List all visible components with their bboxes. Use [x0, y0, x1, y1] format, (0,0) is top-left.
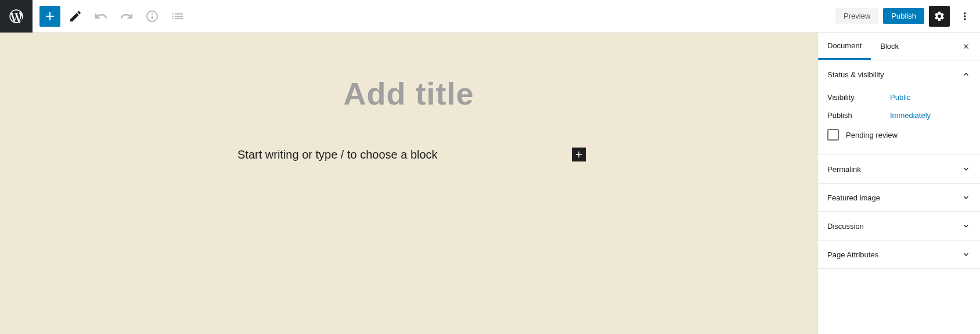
- block-insert-button[interactable]: [572, 148, 586, 161]
- panel-body-status: Visibility Public Publish Immediately Pe…: [818, 88, 980, 155]
- wordpress-icon: [8, 8, 24, 24]
- panel-header-page-attributes[interactable]: Page Attributes: [818, 240, 980, 268]
- chevron-down-icon: [961, 164, 971, 174]
- pencil-icon: [69, 9, 82, 23]
- list-icon: [171, 9, 185, 23]
- row-pending-review: Pending review: [827, 124, 971, 145]
- panel-title-discussion: Discussion: [827, 222, 864, 231]
- panel-title-page-attributes: Page Attributes: [827, 250, 878, 259]
- tab-document[interactable]: Document: [818, 33, 871, 60]
- chevron-up-icon: [961, 70, 971, 79]
- gear-icon: [934, 10, 945, 22]
- settings-sidebar: Document Block Status & visibility Visib…: [817, 33, 980, 334]
- panel-title-status: Status & visibility: [827, 70, 884, 79]
- outline-button[interactable]: [167, 6, 188, 27]
- panel-featured-image: Featured image: [818, 184, 980, 212]
- visibility-value[interactable]: Public: [890, 93, 910, 102]
- row-visibility: Visibility Public: [827, 88, 971, 106]
- publish-label: Publish: [827, 111, 890, 120]
- pending-review-label: Pending review: [846, 131, 898, 139]
- panel-permalink: Permalink: [818, 155, 980, 184]
- plus-icon: [574, 149, 584, 160]
- panel-header-discussion[interactable]: Discussion: [818, 212, 980, 240]
- chevron-down-icon: [961, 250, 971, 259]
- block-prompt-text[interactable]: Start writing or type / to choose a bloc…: [237, 148, 438, 161]
- panel-title-permalink: Permalink: [827, 165, 861, 174]
- add-block-button[interactable]: [39, 6, 60, 27]
- info-icon: [145, 9, 159, 23]
- more-options-button[interactable]: [954, 6, 975, 27]
- close-sidebar-button[interactable]: [952, 42, 980, 51]
- main-area: Add title Start writing or type / to cho…: [0, 33, 980, 334]
- panel-status-visibility: Status & visibility Visibility Public Pu…: [818, 60, 980, 155]
- panel-header-status[interactable]: Status & visibility: [818, 60, 980, 88]
- panel-header-featured-image[interactable]: Featured image: [818, 184, 980, 211]
- toolbar-right-group: Preview Publish: [835, 6, 980, 27]
- editor-content: Add title Start writing or type / to cho…: [232, 33, 586, 161]
- pending-review-checkbox[interactable]: [827, 129, 839, 141]
- tab-block[interactable]: Block: [871, 33, 908, 60]
- panel-page-attributes: Page Attributes: [818, 240, 980, 269]
- chevron-down-icon: [961, 193, 971, 202]
- settings-button[interactable]: [929, 6, 950, 27]
- publish-value[interactable]: Immediately: [890, 111, 931, 120]
- sidebar-tabs: Document Block: [818, 33, 980, 60]
- redo-icon: [120, 9, 134, 23]
- more-vertical-icon: [959, 10, 971, 22]
- row-publish: Publish Immediately: [827, 106, 971, 124]
- edit-mode-button[interactable]: [65, 6, 86, 27]
- redo-button[interactable]: [116, 6, 137, 27]
- plus-icon: [43, 9, 57, 23]
- panel-title-featured-image: Featured image: [827, 193, 880, 202]
- top-toolbar: Preview Publish: [0, 0, 980, 33]
- undo-icon: [94, 9, 108, 23]
- close-icon: [962, 42, 970, 51]
- wordpress-logo[interactable]: [0, 0, 33, 33]
- panel-discussion: Discussion: [818, 212, 980, 240]
- preview-button[interactable]: Preview: [835, 8, 878, 24]
- visibility-label: Visibility: [827, 93, 890, 102]
- block-prompt-row: Start writing or type / to choose a bloc…: [232, 148, 586, 161]
- publish-button[interactable]: Publish: [883, 8, 924, 24]
- toolbar-left-group: [33, 6, 188, 27]
- info-button[interactable]: [142, 6, 163, 27]
- undo-button[interactable]: [91, 6, 111, 27]
- editor-canvas[interactable]: Add title Start writing or type / to cho…: [0, 33, 817, 334]
- panel-header-permalink[interactable]: Permalink: [818, 155, 980, 183]
- chevron-down-icon: [961, 221, 971, 231]
- post-title-input[interactable]: Add title: [232, 76, 586, 112]
